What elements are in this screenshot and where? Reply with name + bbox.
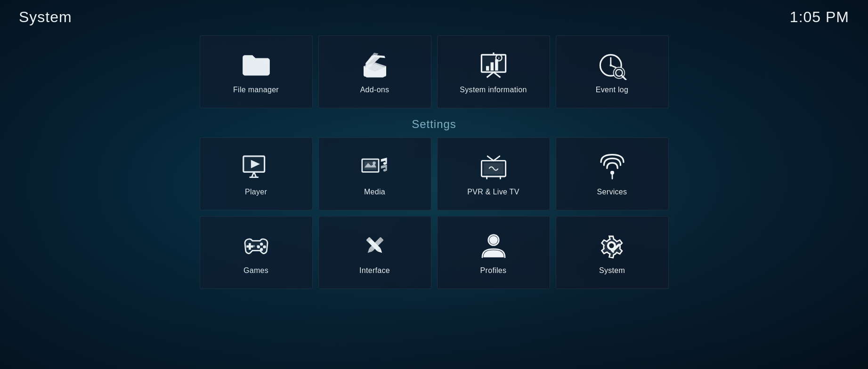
settings-label: Settings <box>412 118 456 131</box>
addons-icon <box>360 50 390 80</box>
sysinfo-icon: i <box>479 50 509 80</box>
svg-line-22 <box>254 172 256 177</box>
profiles-icon <box>479 231 509 261</box>
svg-rect-40 <box>246 245 253 248</box>
tile-services[interactable]: Services <box>556 137 669 210</box>
tile-system[interactable]: System <box>556 216 669 289</box>
svg-line-3 <box>494 72 500 77</box>
svg-point-55 <box>489 236 498 244</box>
tile-file-manager-label: File manager <box>233 86 279 94</box>
tile-system-information[interactable]: i System information <box>437 35 550 108</box>
tile-games[interactable]: Games <box>200 216 313 289</box>
svg-line-2 <box>487 72 493 77</box>
svg-line-13 <box>610 65 616 67</box>
tile-system-information-label: System information <box>460 86 527 94</box>
tile-media[interactable]: Media <box>318 137 431 210</box>
pvr-icon <box>479 152 509 182</box>
svg-rect-5 <box>486 66 489 71</box>
tile-interface-label: Interface <box>359 266 390 275</box>
tile-profiles[interactable]: Profiles <box>437 216 550 289</box>
media-icon <box>360 152 390 182</box>
folder-icon <box>241 50 271 80</box>
services-icon <box>597 152 627 182</box>
svg-point-42 <box>263 245 266 248</box>
tile-interface[interactable]: Interface <box>318 216 431 289</box>
interface-icon <box>360 231 390 261</box>
tile-player[interactable]: Player <box>200 137 313 210</box>
eventlog-icon <box>597 50 627 80</box>
tile-add-ons-label: Add-ons <box>360 86 389 94</box>
clock: 1:05 PM <box>790 8 849 26</box>
tile-event-log-label: Event log <box>596 86 628 94</box>
system-icon <box>597 231 627 261</box>
tile-file-manager[interactable]: File manager <box>200 35 313 108</box>
tile-media-label: Media <box>364 188 385 196</box>
svg-point-41 <box>260 242 263 245</box>
svg-text:i: i <box>498 56 499 60</box>
tile-services-label: Services <box>597 188 627 196</box>
svg-point-45 <box>252 245 255 247</box>
svg-line-30 <box>487 156 494 160</box>
svg-rect-6 <box>490 62 493 71</box>
svg-point-29 <box>373 161 375 164</box>
tile-profiles-label: Profiles <box>480 266 507 275</box>
svg-line-31 <box>494 156 500 160</box>
tile-event-log[interactable]: Event log <box>556 35 669 108</box>
tile-add-ons[interactable]: Add-ons <box>318 35 431 108</box>
svg-point-46 <box>256 245 259 247</box>
tile-pvr-live-tv-label: PVR & Live TV <box>467 188 519 196</box>
tile-player-label: Player <box>245 188 267 196</box>
tile-games-label: Games <box>243 266 268 275</box>
svg-point-43 <box>260 248 263 250</box>
tile-pvr-live-tv[interactable]: PVR & Live TV <box>437 137 550 210</box>
games-icon <box>241 231 271 261</box>
tile-system-label: System <box>599 266 625 275</box>
page-title: System <box>19 8 72 26</box>
player-icon <box>241 152 271 182</box>
